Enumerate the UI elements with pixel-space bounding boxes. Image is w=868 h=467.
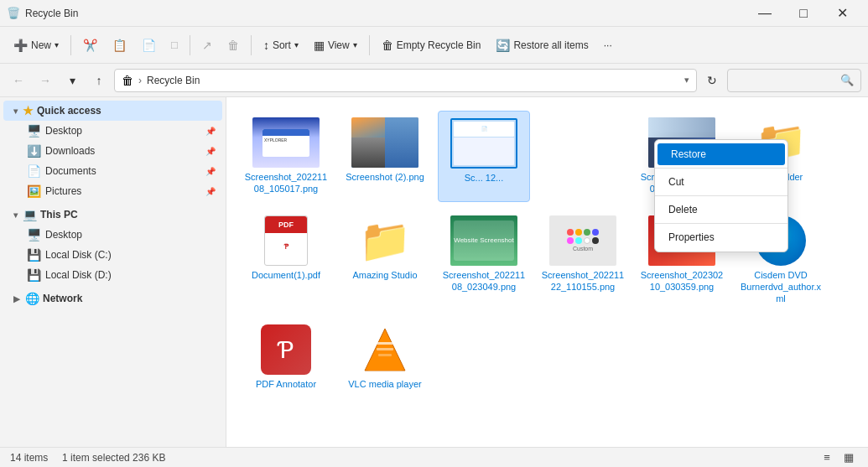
network-header[interactable]: ▶ 🌐 Network <box>3 288 222 309</box>
file-thumb-vlc <box>351 324 418 375</box>
sidebar: ▾ ★ Quick access 🖥️ Desktop 📌 ⬇️ Downloa… <box>0 97 226 447</box>
file-name-screenshot2: Screenshot (2).png <box>346 171 424 183</box>
refresh-button[interactable]: ↻ <box>700 69 724 92</box>
file-item-document-pdf[interactable]: PDF Ƥ Document(1).pdf <box>240 209 332 312</box>
svg-rect-3 <box>375 342 395 345</box>
local-c-icon: 💾 <box>27 248 40 262</box>
grid-view-button[interactable]: ▦ <box>839 449 858 467</box>
folder-amazing-icon: 📁 <box>359 216 411 265</box>
maximize-button[interactable]: □ <box>784 0 823 27</box>
minimize-button[interactable]: — <box>746 0 784 27</box>
sidebar-item-desktop-pc[interactable]: 🖥️ Desktop <box>3 225 222 245</box>
file-item-screenshot3[interactable]: 📄 Sc... 12... <box>438 111 530 202</box>
delete-button[interactable]: 🗑 <box>221 32 246 59</box>
new-label: New <box>31 39 51 51</box>
file-thumb-pdf-annotator: Ƥ <box>252 324 320 375</box>
list-view-button[interactable]: ≡ <box>818 449 836 467</box>
paste-button[interactable]: 📄 <box>135 32 163 59</box>
file-item-vlc[interactable]: VLC media player <box>339 318 431 397</box>
sidebar-local-d-label: Local Disk (D:) <box>45 269 216 281</box>
address-separator: › <box>138 75 142 86</box>
file-thumb-screenshot3: 📄 <box>450 118 517 169</box>
cut-button[interactable]: ✂️ <box>76 32 104 59</box>
file-name-screenshot1: Screenshot_20221108_105017.png <box>243 171 329 195</box>
this-pc-header[interactable]: ▾ 💻 This PC <box>3 205 222 225</box>
share-icon: ↗ <box>202 39 212 52</box>
up-button[interactable]: ↑ <box>87 69 111 92</box>
file-area[interactable]: XYPLORER Screenshot_20221108_105017.png … <box>226 97 868 447</box>
file-thumb-amazing-studio: 📁 <box>351 215 418 266</box>
new-button[interactable]: ➕ New ▾ <box>7 32 65 59</box>
more-button[interactable]: ··· <box>597 32 619 59</box>
context-menu-delete[interactable]: Delete <box>655 199 787 221</box>
documents-icon: 📄 <box>27 164 40 178</box>
separator-4 <box>369 35 370 55</box>
file-item-pdf-annotator[interactable]: Ƥ PDF Annotator <box>240 318 332 397</box>
quick-access-star-icon: ★ <box>23 104 34 117</box>
pictures-icon: 🖼️ <box>27 184 40 198</box>
this-pc-label: This PC <box>40 209 78 221</box>
pin-icon-pictures: 📌 <box>205 187 216 196</box>
this-pc-section: ▾ 💻 This PC 🖥️ Desktop 💾 Local Disk (C:)… <box>0 205 226 285</box>
file-name-pdf-annotator: PDF Annotator <box>256 378 316 390</box>
file-item-screenshot2[interactable]: Screenshot (2).png <box>339 111 431 202</box>
recent-button[interactable]: ▾ <box>60 69 84 92</box>
empty-recycle-icon: 🗑 <box>382 39 393 52</box>
desktop-icon: 🖥️ <box>27 124 40 138</box>
toolbar: ➕ New ▾ ✂️ 📋 📄 □ ↗ 🗑 ↕ Sort ▾ ▦ View ▾ 🗑… <box>0 27 868 64</box>
empty-recycle-label: Empty Recycle Bin <box>397 39 481 51</box>
svg-rect-4 <box>377 348 393 350</box>
search-icon: 🔍 <box>840 74 854 86</box>
context-menu-sep1 <box>655 168 787 169</box>
copy-icon: 📋 <box>112 39 127 52</box>
file-thumb-document-pdf: PDF Ƥ <box>252 215 320 266</box>
sidebar-item-pictures[interactable]: 🖼️ Pictures 📌 <box>3 181 222 201</box>
forward-button[interactable]: → <box>34 69 57 92</box>
back-button[interactable]: ← <box>7 69 30 92</box>
svg-rect-5 <box>378 354 392 356</box>
sidebar-item-documents[interactable]: 📄 Documents 📌 <box>3 161 222 181</box>
new-chevron: ▾ <box>55 40 59 49</box>
view-button[interactable]: ▦ View ▾ <box>307 32 364 59</box>
file-item-screenshot-green[interactable]: Website Screenshot Screenshot_20221108_0… <box>438 209 530 312</box>
context-menu-restore[interactable]: Restore <box>657 143 785 165</box>
context-menu-properties[interactable]: Properties <box>655 226 787 248</box>
pin-icon-documents: 📌 <box>205 167 216 176</box>
file-item-screenshot-custom[interactable]: Custom Screenshot_20221122_110155.png <box>537 209 629 312</box>
sidebar-item-local-d[interactable]: 💾 Local Disk (D:) <box>3 265 222 285</box>
share-button[interactable]: ↗ <box>195 32 219 59</box>
search-box[interactable]: 🔍 <box>727 69 861 92</box>
status-bar: 14 items 1 item selected 236 KB ≡ ▦ <box>0 447 868 467</box>
separator-2 <box>190 35 190 55</box>
file-item-screenshot1[interactable]: XYPLORER Screenshot_20221108_105017.png <box>240 111 332 202</box>
paste-icon: 📄 <box>142 39 156 52</box>
sidebar-documents-label: Documents <box>45 165 200 177</box>
sidebar-item-downloads[interactable]: ⬇️ Downloads 📌 <box>3 141 222 161</box>
context-menu-cut[interactable]: Cut <box>655 171 787 193</box>
file-name-screenshot-green: Screenshot_20221108_023049.png <box>441 269 527 293</box>
rename-button[interactable]: □ <box>164 32 185 59</box>
restore-all-button[interactable]: 🔄 Restore all items <box>489 32 595 59</box>
sidebar-item-desktop-qa[interactable]: 🖥️ Desktop 📌 <box>3 121 222 141</box>
title-bar: 🗑️ Recycle Bin — □ ✕ <box>0 0 868 27</box>
file-name-vlc: VLC media player <box>348 378 421 390</box>
empty-recycle-bin-button[interactable]: 🗑 Empty Recycle Bin <box>375 32 488 59</box>
file-thumb-screenshot-green: Website Screenshot <box>450 215 517 266</box>
sort-button[interactable]: ↕ Sort ▾ <box>257 32 305 59</box>
quick-access-header[interactable]: ▾ ★ Quick access <box>3 101 222 121</box>
file-item-amazing-studio[interactable]: 📁 Amazing Studio <box>339 209 431 312</box>
sidebar-downloads-label: Downloads <box>45 145 200 157</box>
address-bar: ← → ▾ ↑ 🗑 › Recycle Bin ▾ ↻ 🔍 <box>0 64 868 97</box>
network-icon: 🌐 <box>25 292 39 305</box>
quick-access-section: ▾ ★ Quick access 🖥️ Desktop 📌 ⬇️ Downloa… <box>0 101 226 201</box>
sort-chevron: ▾ <box>294 40 299 49</box>
address-chevron: ▾ <box>684 75 689 86</box>
cut-icon: ✂️ <box>83 39 97 52</box>
address-input[interactable]: 🗑 › Recycle Bin ▾ <box>114 69 697 92</box>
copy-button[interactable]: 📋 <box>106 32 133 59</box>
network-label: Network <box>43 293 82 304</box>
restore-all-icon: 🔄 <box>496 39 510 52</box>
sidebar-local-c-label: Local Disk (C:) <box>45 249 216 261</box>
sidebar-item-local-c[interactable]: 💾 Local Disk (C:) <box>3 245 222 265</box>
close-button[interactable]: ✕ <box>823 0 861 27</box>
